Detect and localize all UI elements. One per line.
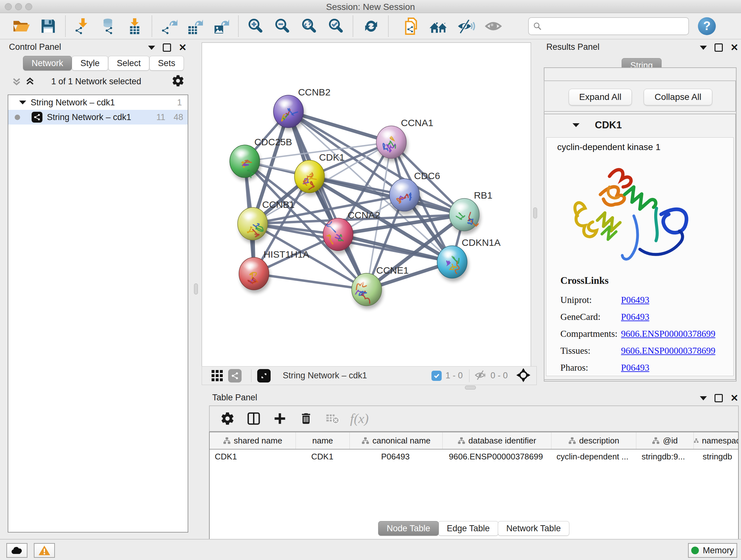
collapse-arrow-icon[interactable] [572, 123, 580, 128]
cell-id[interactable]: stringdb:9... [635, 449, 692, 463]
network-node-CCNB1[interactable] [238, 207, 268, 240]
save-session-button[interactable] [38, 16, 58, 37]
panel-menu-icon[interactable] [700, 396, 707, 400]
column-type-icon [361, 437, 369, 444]
export-image-button[interactable] [211, 16, 231, 37]
export-image-icon [212, 17, 230, 36]
node-label-HIST1H1A: HIST1H1A [264, 249, 309, 260]
tab-edge-table[interactable]: Edge Table [438, 521, 498, 536]
network-node-CDKN1A[interactable] [437, 246, 467, 278]
duplicate-network-button[interactable] [401, 16, 421, 37]
crosslink-link[interactable]: P06493 [621, 295, 650, 305]
cell-canonical-name[interactable]: P06493 [349, 449, 442, 463]
network-edge-HIST1H1A-CCNE1[interactable] [254, 273, 367, 290]
network-node-HIST1H1A[interactable] [239, 257, 269, 290]
show-columns-icon[interactable] [246, 410, 262, 427]
network-node-CCNB2[interactable] [273, 95, 304, 128]
node-label-CDC25B: CDC25B [254, 137, 292, 147]
search-input[interactable] [542, 19, 688, 33]
panel-menu-icon[interactable] [700, 46, 707, 50]
panel-close-icon[interactable]: ✕ [731, 395, 738, 401]
tab-node-table[interactable]: Node Table [378, 521, 439, 536]
column-header[interactable]: namespace [694, 432, 738, 449]
gene-section-header[interactable]: CDK1 [544, 114, 735, 137]
add-column-icon[interactable] [272, 410, 288, 427]
zoom-fit-button[interactable] [299, 16, 319, 37]
memory-button[interactable]: Memory [688, 543, 737, 558]
crosslink-label: Compartments: [560, 328, 621, 339]
panel-close-icon[interactable]: ✕ [731, 44, 738, 51]
first-neighbors-button[interactable] [428, 16, 448, 37]
column-header[interactable]: description [551, 432, 636, 449]
network-node-RB1[interactable] [449, 198, 479, 231]
network-node-CCNA1[interactable] [376, 126, 406, 159]
column-header[interactable]: database identifier [443, 432, 551, 449]
network-share-icon[interactable] [228, 369, 242, 382]
network-collection-row[interactable]: String Network – cdk1 1 [8, 95, 188, 110]
cell-name[interactable]: CDK1 [295, 449, 349, 463]
import-network-file-button[interactable] [72, 16, 92, 37]
crosslink-link[interactable]: P06493 [621, 312, 650, 322]
warnings-button[interactable] [34, 543, 55, 558]
tab-network-table[interactable]: Network Table [498, 521, 569, 536]
selected-count: 1 - 0 [446, 371, 463, 381]
zoom-selected-button[interactable] [326, 16, 346, 37]
export-table-button[interactable] [185, 16, 205, 37]
tab-select[interactable]: Select [108, 56, 149, 71]
panel-close-icon[interactable]: ✕ [179, 44, 187, 51]
refresh-button[interactable] [361, 16, 381, 37]
selected-checkbox-icon[interactable] [431, 371, 442, 381]
open-session-button[interactable] [11, 16, 30, 37]
column-header[interactable]: canonical name [350, 432, 443, 449]
panel-float-icon[interactable] [715, 394, 723, 402]
grid-view-icon[interactable] [211, 369, 224, 383]
left-splitter-handle[interactable] [194, 284, 198, 294]
fit-selected-crosshair-icon[interactable] [516, 368, 531, 384]
table-row[interactable]: CDK1 CDK1 P06493 9606.ENSP00000378699 cy… [210, 449, 738, 463]
network-node-CDC25B[interactable] [230, 145, 260, 178]
network-node-CDC6[interactable] [389, 179, 419, 211]
panel-float-icon[interactable] [715, 44, 723, 52]
birdseye-view-icon[interactable] [257, 369, 271, 382]
zoom-in-button[interactable] [246, 16, 265, 37]
cell-database-identifier[interactable]: 9606.ENSP00000378699 [442, 449, 550, 463]
cell-shared-name[interactable]: CDK1 [210, 449, 295, 463]
crosslinks-section: CrossLinks Uniprot: P06493 GeneCard: P06… [560, 275, 716, 376]
expand-all-button[interactable]: Expand All [569, 89, 632, 105]
cell-namespace[interactable]: stringdb [692, 449, 738, 463]
cell-description[interactable]: cyclin-dependent ... [550, 449, 635, 463]
crosslink-link[interactable]: 9606.ENSP00000378699 [621, 346, 716, 356]
network-canvas[interactable]: CCNB2CCNA1CDC25BCDK1CDC6RB1CCNB1CCNA2CDK… [202, 43, 531, 367]
table-options-gear-icon[interactable] [219, 410, 236, 427]
import-table-button[interactable] [125, 16, 145, 37]
crosslink-link[interactable]: P06493 [621, 362, 650, 373]
tab-network[interactable]: Network [23, 56, 72, 71]
network-node-CDK1[interactable] [294, 160, 325, 193]
tab-sets[interactable]: Sets [149, 56, 184, 71]
tab-style[interactable]: Style [72, 56, 108, 71]
panel-menu-icon[interactable] [148, 46, 155, 50]
hide-selected-button[interactable] [456, 16, 476, 37]
export-network-button[interactable] [159, 16, 179, 37]
help-button[interactable]: ? [698, 17, 716, 35]
collapse-arrow-icon[interactable] [19, 100, 26, 105]
show-all-button[interactable] [483, 16, 503, 37]
collapse-all-button[interactable]: Collapse All [644, 89, 712, 105]
panel-float-icon[interactable] [163, 44, 171, 52]
import-network-database-button[interactable] [98, 16, 118, 37]
column-header[interactable]: name [296, 432, 350, 449]
hidden-eye-icon[interactable] [475, 370, 487, 382]
zoom-out-button[interactable] [272, 16, 292, 37]
column-header[interactable]: @id [636, 432, 694, 449]
cloud-button[interactable] [6, 543, 27, 558]
crosslink-link[interactable]: 9606.ENSP00000378699 [621, 328, 716, 339]
network-node-CCNE1[interactable] [352, 273, 382, 306]
network-row-selected[interactable]: String Network – cdk1 11 48 [8, 110, 188, 125]
horizontal-splitter-handle[interactable] [465, 386, 476, 389]
network-node-CCNA2[interactable] [323, 218, 353, 251]
column-header[interactable]: shared name [210, 432, 296, 449]
node-label-CDKN1A: CDKN1A [462, 237, 501, 248]
right-splitter-handle[interactable] [533, 207, 537, 219]
delete-column-trash-icon[interactable] [298, 410, 314, 427]
gene-description: cyclin-dependent kinase 1 [557, 142, 661, 152]
